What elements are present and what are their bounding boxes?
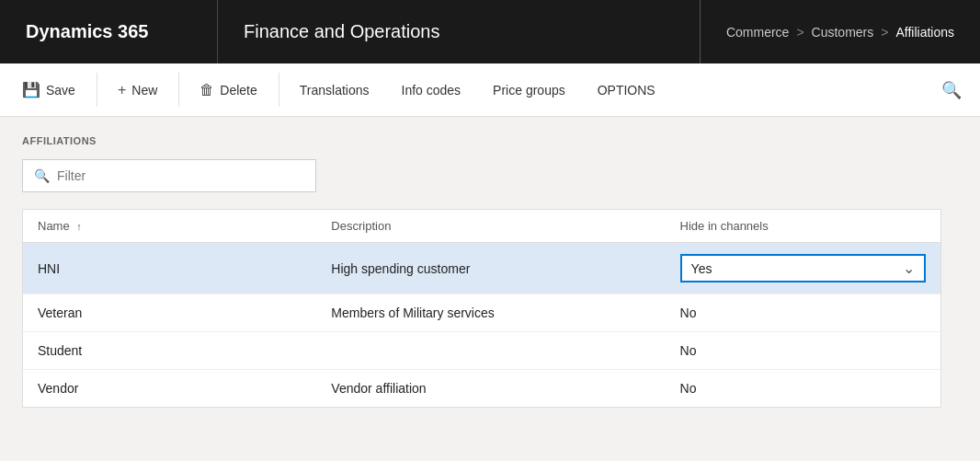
toolbar: 💾 Save + New 🗑 Delete Translations Info … <box>0 63 980 117</box>
info-codes-label: Info codes <box>402 83 462 98</box>
price-groups-button[interactable]: Price groups <box>478 63 581 116</box>
breadcrumb: Commerce > Customers > Affiliations <box>701 0 980 63</box>
cell-hide-in-channels: No <box>666 370 940 408</box>
table-header-row: Name ↑ Description Hide in channels <box>23 210 940 243</box>
app-header: Dynamics 365 Finance and Operations Comm… <box>0 0 980 63</box>
brand-logo: Dynamics 365 <box>0 0 218 63</box>
hide-in-channels-dropdown[interactable]: Yes⌄ <box>680 254 926 282</box>
info-codes-button[interactable]: Info codes <box>387 63 477 116</box>
toolbar-divider-1 <box>97 73 97 107</box>
delete-icon: 🗑 <box>199 82 214 98</box>
col-header-name[interactable]: Name ↑ <box>23 210 316 243</box>
toolbar-divider-2 <box>178 73 179 107</box>
affiliations-table: Name ↑ Description Hide in channels HNIH… <box>22 209 941 408</box>
new-label: New <box>131 83 157 98</box>
main-content: AFFILIATIONS 🔍 Name ↑ Description Hide i… <box>0 117 980 457</box>
save-button[interactable]: 💾 Save <box>7 63 91 116</box>
options-button[interactable]: OPTIONS <box>583 63 671 116</box>
cell-name: Veteran <box>23 294 316 332</box>
table-row[interactable]: VeteranMembers of Military servicesNo <box>23 294 940 332</box>
filter-box[interactable]: 🔍 <box>22 159 316 192</box>
dropdown-value: Yes <box>691 261 712 276</box>
translations-label: Translations <box>300 83 370 98</box>
new-icon: + <box>118 82 126 98</box>
save-icon: 💾 <box>22 81 40 98</box>
table-row[interactable]: StudentNo <box>23 332 940 370</box>
breadcrumb-separator-1: > <box>796 25 803 40</box>
app-name: Finance and Operations <box>218 0 701 63</box>
filter-input[interactable] <box>57 168 304 183</box>
toolbar-divider-3 <box>279 73 279 107</box>
breadcrumb-item-affiliations: Affiliations <box>895 25 954 40</box>
cell-name: Student <box>23 332 316 370</box>
cell-name: Vendor <box>23 370 316 408</box>
save-label: Save <box>46 83 75 98</box>
cell-name: HNI <box>23 243 316 294</box>
search-icon: 🔍 <box>941 80 962 100</box>
cell-hide-in-channels: No <box>666 332 940 370</box>
brand-name: Dynamics 365 <box>26 21 148 42</box>
chevron-down-icon: ⌄ <box>903 259 915 277</box>
cell-description: High spending customer <box>316 243 665 294</box>
new-button[interactable]: + New <box>103 63 173 116</box>
delete-button[interactable]: 🗑 Delete <box>185 63 272 116</box>
breadcrumb-item-commerce[interactable]: Commerce <box>726 25 789 40</box>
col-header-description[interactable]: Description <box>316 210 665 243</box>
cell-description <box>316 332 665 370</box>
cell-hide-in-channels[interactable]: Yes⌄ <box>666 243 940 294</box>
breadcrumb-separator-2: > <box>881 25 888 40</box>
options-label: OPTIONS <box>598 83 655 98</box>
section-title: AFFILIATIONS <box>22 135 958 146</box>
app-name-label: Finance and Operations <box>244 21 439 42</box>
filter-icon: 🔍 <box>34 168 50 183</box>
cell-description: Vendor affiliation <box>316 370 665 408</box>
cell-hide-in-channels: No <box>666 294 940 332</box>
sort-icon-name: ↑ <box>76 221 82 232</box>
col-header-hide-in-channels[interactable]: Hide in channels <box>666 210 940 243</box>
translations-button[interactable]: Translations <box>285 63 385 116</box>
cell-description: Members of Military services <box>316 294 665 332</box>
search-button[interactable]: 🔍 <box>930 63 973 116</box>
price-groups-label: Price groups <box>493 83 565 98</box>
table-row[interactable]: HNIHigh spending customerYes⌄ <box>23 243 940 294</box>
table-row[interactable]: VendorVendor affiliationNo <box>23 370 940 408</box>
delete-label: Delete <box>220 83 256 98</box>
breadcrumb-item-customers[interactable]: Customers <box>812 25 874 40</box>
